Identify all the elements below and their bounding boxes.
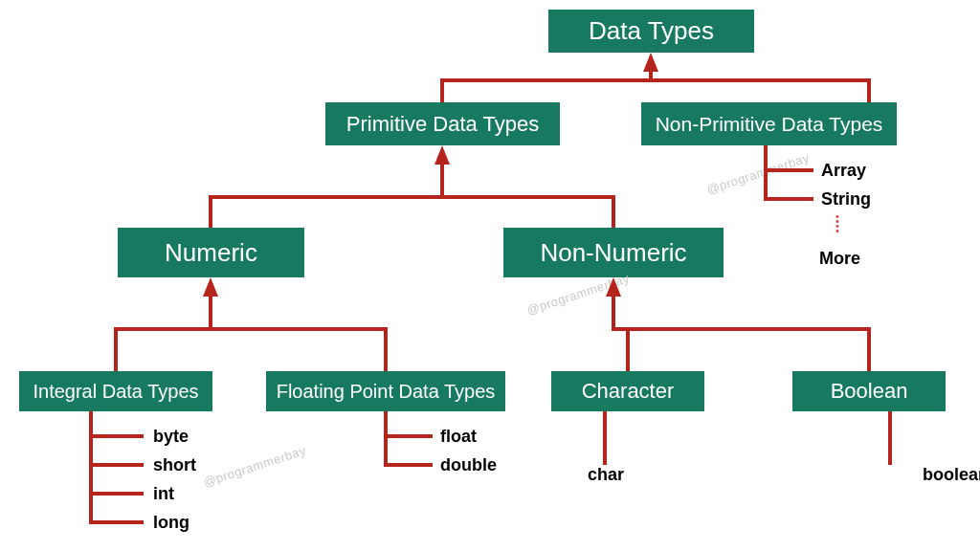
leaf-string: String	[821, 189, 871, 209]
node-root: Data Types	[548, 10, 754, 53]
leaf-char: char	[588, 465, 624, 485]
svg-marker-0	[643, 53, 658, 72]
leaf-int: int	[153, 484, 174, 504]
node-non-primitive: Non-Primitive Data Types	[641, 102, 897, 145]
leaf-float: float	[440, 427, 477, 447]
leaf-double: double	[440, 455, 497, 475]
watermark-3: @programmerbay	[704, 150, 811, 197]
node-floating: Floating Point Data Types	[266, 371, 505, 411]
watermark-1: @programmerbay	[201, 443, 307, 490]
node-boolean: Boolean	[792, 371, 946, 411]
node-numeric: Numeric	[118, 228, 304, 277]
dots-more: ••••	[833, 214, 842, 233]
leaf-short: short	[153, 455, 196, 475]
leaf-array: Array	[821, 161, 866, 181]
node-non-numeric: Non-Numeric	[503, 228, 724, 277]
svg-marker-1	[434, 145, 450, 165]
leaf-byte: byte	[153, 427, 189, 447]
svg-marker-2	[203, 277, 218, 297]
node-character: Character	[551, 371, 704, 411]
leaf-long: long	[153, 513, 189, 533]
node-primitive: Primitive Data Types	[325, 102, 560, 145]
leaf-boolean: boolean	[923, 465, 980, 485]
node-integral: Integral Data Types	[19, 371, 212, 411]
watermark-2: @programmerbay	[524, 271, 631, 318]
leaf-more: More	[819, 249, 860, 269]
